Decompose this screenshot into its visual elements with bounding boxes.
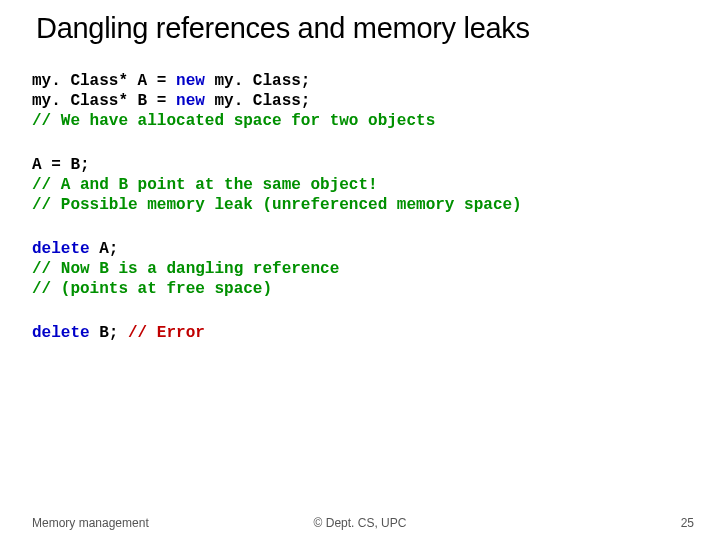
footer-left: Memory management [32,516,149,530]
code-text: my. Class* A = [32,72,176,90]
footer-center: © Dept. CS, UPC [314,516,407,530]
keyword-delete: delete [32,324,90,342]
code-block-4: delete B; // Error [32,323,688,343]
code-text: B; [90,324,128,342]
code-comment: // (points at free space) [32,280,272,298]
keyword-new: new [176,72,205,90]
code-text: my. Class* B = [32,92,176,110]
code-block-3: delete A; // Now B is a dangling referen… [32,239,688,299]
code-block-2: A = B; // A and B point at the same obje… [32,155,688,215]
slide-footer: Memory management © Dept. CS, UPC 25 [0,516,720,530]
slide-number: 25 [681,516,694,530]
code-text: my. Class; [205,92,311,110]
code-error-comment: // Error [128,324,205,342]
code-comment: // Possible memory leak (unreferenced me… [32,196,522,214]
code-text: A; [90,240,119,258]
code-text: my. Class; [205,72,311,90]
keyword-delete: delete [32,240,90,258]
slide-title: Dangling references and memory leaks [32,12,688,45]
code-comment: // We have allocated space for two objec… [32,112,435,130]
code-comment: // Now B is a dangling reference [32,260,339,278]
code-block-1: my. Class* A = new my. Class; my. Class*… [32,71,688,131]
code-comment: // A and B point at the same object! [32,176,378,194]
code-text: A = B; [32,156,90,174]
keyword-new: new [176,92,205,110]
